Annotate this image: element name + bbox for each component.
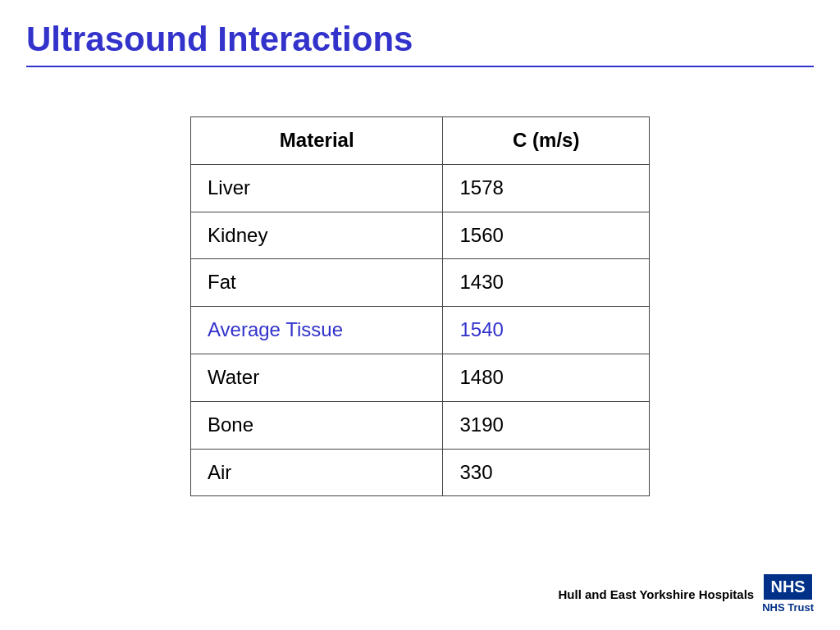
nhs-trust-label: NHS Trust [762,601,814,614]
cell-material: Air [191,449,443,496]
cell-speed: 1540 [443,307,650,354]
cell-material: Kidney [191,212,443,259]
cell-speed: 3190 [443,401,650,449]
table-row: Average Tissue1540 [191,307,650,354]
cell-material: Bone [191,401,443,449]
cell-material: Average Tissue [191,307,443,354]
header: Ultrasound Interactions [0,0,840,59]
page-title: Ultrasound Interactions [26,20,814,59]
cell-speed: 1480 [443,354,650,401]
cell-speed: 1578 [443,164,650,212]
column-header-material: Material [191,117,443,165]
nhs-logo: NHS NHS Trust [762,574,814,614]
table-row: Water1480 [191,354,650,401]
nhs-badge: NHS [764,574,811,600]
table-row: Air330 [191,449,650,496]
table-row: Bone3190 [191,401,650,449]
table-row: Liver1578 [191,164,650,212]
cell-material: Water [191,354,443,401]
column-header-speed: C (m/s) [443,117,650,165]
cell-material: Fat [191,259,443,307]
speed-of-sound-table: Material C (m/s) Liver1578Kidney1560Fat1… [190,116,650,496]
footer-org-name: Hull and East Yorkshire Hospitals [558,587,754,601]
cell-material: Liver [191,164,443,212]
cell-speed: 330 [443,449,650,496]
table-row: Kidney1560 [191,212,650,259]
table-header-row: Material C (m/s) [191,117,650,165]
cell-speed: 1560 [443,212,650,259]
footer: Hull and East Yorkshire Hospitals NHS NH… [558,574,814,614]
table-row: Fat1430 [191,259,650,307]
main-content: Material C (m/s) Liver1578Kidney1560Fat1… [0,67,840,496]
cell-speed: 1430 [443,259,650,307]
